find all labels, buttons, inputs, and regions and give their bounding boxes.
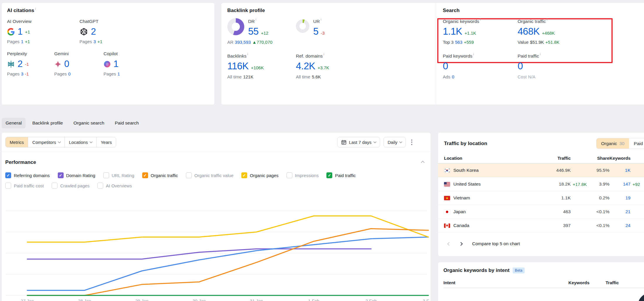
pages-count[interactable]: 1	[118, 71, 120, 76]
filter-competitors[interactable]: Competitors	[28, 137, 65, 147]
dr-block: DRi 55+12 AR393,593▲770,070	[227, 18, 296, 45]
backlinks-change: +106K	[251, 65, 264, 70]
metric-checkbox-organic-traffic-value[interactable]: Organic traffic value	[186, 172, 233, 178]
top3-value-link[interactable]: 563	[455, 40, 462, 45]
ai-source-label: Copilot	[104, 51, 121, 57]
info-icon[interactable]: i	[323, 53, 324, 56]
ref-domains-label: Ref. domains	[296, 53, 323, 58]
granularity-label: Daily	[388, 140, 397, 145]
metric-checkbox-paid-traffic[interactable]: ✓Paid traffic	[326, 172, 356, 178]
compare-top5-link[interactable]: Compare top 5 on chart	[472, 241, 520, 246]
toggle-organic[interactable]: Organic30	[596, 138, 629, 149]
tab-general[interactable]: General	[2, 118, 26, 128]
filter-locations[interactable]: Locations	[65, 137, 96, 147]
location-row-canada[interactable]: Canada397<0.1%24	[438, 219, 644, 233]
ref-domains-alltime: All time5.6K	[296, 74, 430, 80]
pages-count[interactable]: 3	[94, 39, 96, 44]
metric-checkbox-crawled-pages[interactable]: Crawled pages	[52, 183, 89, 189]
pages-count[interactable]: 0	[68, 71, 71, 76]
metric-toggles-row-1: ✓Referring domains✓Domain RatingURL Rati…	[2, 172, 431, 178]
keywords-count-link[interactable]: 19	[609, 195, 631, 201]
metric-checkbox-domain-rating[interactable]: ✓Domain Rating	[58, 172, 95, 178]
x-axis-label: 2 Feb	[365, 298, 377, 301]
tab-organic-search[interactable]: Organic search	[70, 118, 108, 128]
paid-keywords-value-link[interactable]: 0	[443, 60, 448, 72]
share-value: <0.1%	[593, 223, 609, 228]
info-icon[interactable]: i	[255, 18, 256, 21]
previous-page-button[interactable]	[445, 240, 453, 248]
chevron-down-icon	[90, 140, 93, 143]
filter-years[interactable]: Years	[96, 137, 116, 147]
info-icon[interactable]: i	[321, 18, 321, 21]
location-row-united-states[interactable]: United States18.2K+17.8K3.9%147+92	[438, 177, 644, 191]
unchecked-checkbox-icon	[103, 172, 109, 178]
info-icon[interactable]: i	[35, 7, 36, 11]
tab-backlink-profile[interactable]: Backlink profile	[28, 118, 67, 128]
backlinks-value-link[interactable]: 116K	[227, 60, 249, 72]
tab-paid-search[interactable]: Paid search	[111, 118, 143, 128]
metric-toggles-row-2: Paid traffic costCrawled pagesAI Overvie…	[2, 183, 431, 189]
performance-card: MetricsCompetitorsLocationsYears Last 7 …	[2, 133, 431, 301]
organic-traffic-label: Organic traffic	[518, 19, 546, 24]
chevron-down-icon	[399, 140, 402, 143]
unchecked-checkbox-icon	[5, 183, 11, 189]
metric-checkbox-url-rating[interactable]: URL Rating	[103, 172, 134, 178]
location-row-japan[interactable]: Japan463<0.1%21	[438, 205, 644, 219]
next-page-button[interactable]	[457, 240, 465, 248]
metric-checkbox-organic-traffic[interactable]: ✓Organic traffic	[142, 172, 178, 178]
ai-citation-copilot: Copilot1Pages1	[104, 51, 121, 76]
info-icon[interactable]: i	[247, 53, 248, 56]
more-options-kebab-button[interactable]	[409, 138, 414, 147]
collapse-section-button[interactable]	[419, 160, 424, 165]
location-row-vietnam[interactable]: Vietnam1.1K0.2%19	[438, 191, 644, 205]
unchecked-checkbox-icon	[97, 183, 103, 189]
metric-checkbox-ai-overviews[interactable]: AI Overviews	[97, 183, 132, 189]
site-explorer-overview-page: AI citationsi AI Overview1+1Pages1+1Chat…	[0, 0, 644, 301]
citations-count[interactable]: 2	[91, 26, 96, 37]
ar-value-link[interactable]: 393,593	[235, 40, 251, 45]
keywords-count-link[interactable]: 21	[609, 209, 631, 214]
keywords-count-link[interactable]: 24	[609, 223, 631, 228]
metric-checkbox-impressions[interactable]: Impressions	[287, 172, 319, 178]
ur-value: 5	[313, 26, 318, 37]
keywords-count-link[interactable]: 1K	[609, 168, 631, 173]
column-keywords: Keywords	[609, 156, 631, 161]
info-icon[interactable]: i	[473, 53, 474, 56]
metric-checkbox-referring-domains[interactable]: ✓Referring domains	[5, 172, 50, 178]
citations-count[interactable]: 1	[18, 26, 23, 37]
citations-count[interactable]: 1	[113, 59, 118, 69]
column-share: Share	[593, 156, 609, 161]
toggle-paid[interactable]: Paid0	[629, 138, 644, 149]
keywords-by-intent-card: Organic keywords by intent Beta Intent K…	[438, 262, 644, 301]
info-icon[interactable]: i	[540, 53, 540, 56]
date-range-button[interactable]: Last 7 days	[337, 137, 380, 147]
copilot-icon	[104, 60, 111, 68]
info-icon[interactable]: i	[547, 18, 547, 21]
pages-count[interactable]: 1	[21, 39, 23, 44]
x-axis-label: 31 Jan	[250, 298, 263, 301]
organic-keywords-label: Organic keywords	[443, 19, 479, 24]
metric-checkbox-organic-pages[interactable]: ✓Organic pages	[241, 172, 279, 178]
organic-keywords-value-link[interactable]: 1.1K	[443, 26, 462, 37]
filter-metrics[interactable]: Metrics	[6, 137, 28, 147]
organic-traffic-value-link[interactable]: 468K	[518, 26, 540, 37]
ref-domains-value-link[interactable]: 4.2K	[296, 60, 315, 72]
x-axis-label: 1 Feb	[308, 298, 319, 301]
granularity-button[interactable]: Daily	[384, 137, 406, 147]
pages-count[interactable]: 3	[21, 71, 23, 76]
search-section: Search Organic keywordsi 1.1K+1.1K Top 3…	[436, 3, 644, 105]
column-keywords: Keywords	[557, 280, 589, 285]
beta-badge: Beta	[513, 268, 525, 273]
date-range-label: Last 7 days	[349, 140, 372, 145]
metric-checkbox-paid-traffic-cost[interactable]: Paid traffic cost	[5, 183, 44, 189]
paid-traffic-value-link[interactable]: 0	[518, 60, 523, 72]
keywords-count-link[interactable]: 147	[609, 181, 631, 187]
info-icon[interactable]: i	[480, 18, 481, 21]
ai-citations-title: AI citations	[7, 8, 34, 13]
citations-count[interactable]: 0	[64, 59, 69, 69]
ar-change: ▲770,070	[252, 40, 272, 45]
keywords-change: +92	[631, 182, 642, 187]
citations-count[interactable]: 2	[18, 59, 23, 69]
location-row-south-korea[interactable]: South Korea446.9K95.5%1K	[438, 164, 644, 177]
traffic-value: 446.9K	[541, 168, 571, 173]
